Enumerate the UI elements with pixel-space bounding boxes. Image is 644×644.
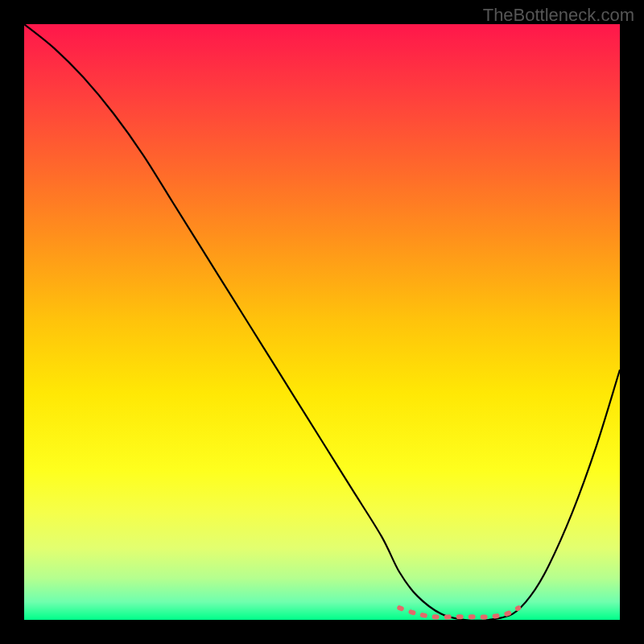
bottleneck-curve-line	[24, 24, 620, 620]
chart-plot-area	[24, 24, 620, 620]
watermark-text: TheBottleneck.com	[483, 5, 634, 26]
chart-svg	[24, 24, 620, 620]
optimal-zone-marker-line	[399, 608, 518, 617]
